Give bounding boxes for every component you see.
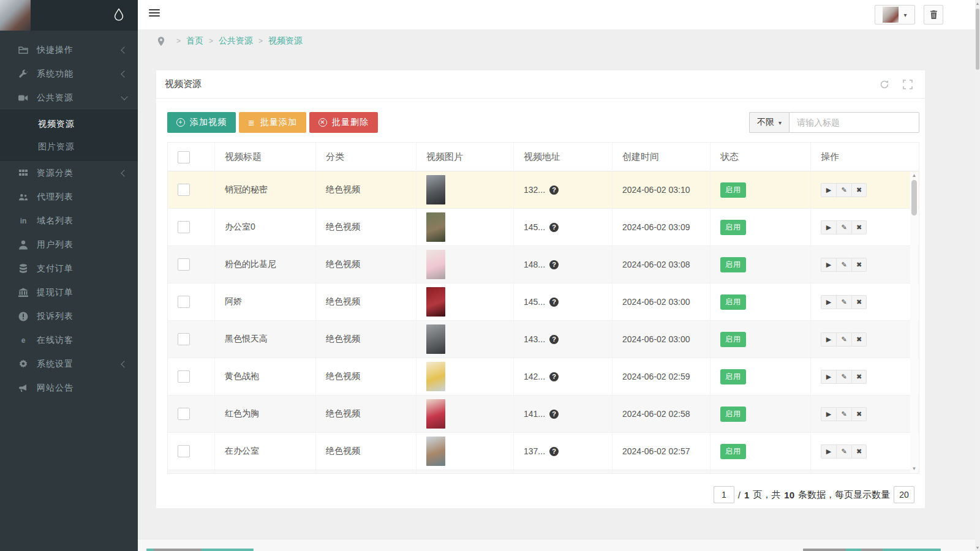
status-badge: 启用 <box>720 182 746 198</box>
fullscreen-icon[interactable] <box>903 80 913 89</box>
sidebar-subitem[interactable]: 视频资源 <box>0 113 138 135</box>
title-search-input[interactable] <box>789 112 919 133</box>
page-total: 1 <box>744 490 749 500</box>
user-menu-button[interactable]: ▾ <box>875 5 915 24</box>
play-button[interactable]: ▶ <box>821 407 836 421</box>
sidebar-item[interactable]: 公共资源 <box>0 86 138 110</box>
sidebar-item[interactable]: 资源分类 <box>0 161 138 185</box>
row-checkbox-cell <box>168 395 215 432</box>
edit-button[interactable]: ✎ <box>836 258 851 272</box>
page-scrollbar-thumb[interactable] <box>976 9 979 70</box>
breadcrumb-link[interactable]: 视频资源 <box>268 36 303 45</box>
delete-button[interactable]: ✖ <box>851 220 867 234</box>
sidebar-item[interactable]: 提现订单 <box>0 280 138 304</box>
cell-time <box>612 470 710 474</box>
edit-button[interactable]: ✎ <box>836 444 851 459</box>
sidebar-item[interactable]: in 域名列表 <box>0 209 138 233</box>
video-thumbnail <box>426 324 445 354</box>
delete-button[interactable]: ✖ <box>851 332 867 347</box>
sidebar-item[interactable]: 支付订单 <box>0 257 138 280</box>
help-icon[interactable]: ? <box>549 335 559 344</box>
help-icon[interactable]: ? <box>549 410 559 419</box>
sidebar-item[interactable]: 快捷操作 <box>0 38 138 62</box>
sidebar-item[interactable]: 网站公告 <box>0 376 138 400</box>
table-body: 销冠的秘密 绝色视频 132... ? 2024-06-02 03:10 启用 … <box>168 171 919 474</box>
delete-button[interactable]: ✖ <box>851 295 867 309</box>
row-checkbox[interactable] <box>178 221 190 233</box>
edit-button[interactable]: ✎ <box>836 407 851 421</box>
scroll-up-arrow[interactable]: ▲ <box>910 172 918 179</box>
cell-address: 141... ? <box>514 395 612 432</box>
play-button[interactable]: ▶ <box>821 370 836 384</box>
batch-delete-button[interactable]: ✕ 批量删除 <box>309 112 378 133</box>
delete-button[interactable]: ✖ <box>851 183 867 197</box>
delete-button[interactable]: ✖ <box>851 407 867 421</box>
play-button[interactable]: ▶ <box>821 220 836 234</box>
sidebar-item[interactable]: 代理列表 <box>0 185 138 209</box>
col-header: 操作 <box>811 143 919 171</box>
scrollbar-thumb[interactable] <box>911 180 917 216</box>
row-checkbox[interactable] <box>178 445 190 457</box>
sidebar-item[interactable]: 投诉列表 <box>0 304 138 328</box>
play-button[interactable]: ▶ <box>821 183 836 197</box>
edit-button[interactable]: ✎ <box>836 220 851 234</box>
edit-button[interactable]: ✎ <box>836 183 851 197</box>
play-button[interactable]: ▶ <box>821 258 836 272</box>
edit-button[interactable]: ✎ <box>836 295 851 309</box>
hamburger-menu-icon[interactable] <box>149 9 160 18</box>
map-marker-icon <box>157 37 165 46</box>
row-checkbox[interactable] <box>178 333 190 345</box>
help-icon[interactable]: ? <box>549 223 559 232</box>
edit-button[interactable]: ✎ <box>836 332 851 347</box>
add-video-button[interactable]: + 添加视频 <box>167 112 236 133</box>
cell-category <box>316 470 417 474</box>
row-checkbox[interactable] <box>178 370 190 383</box>
sidebar-item[interactable]: 系统设置 <box>0 352 138 376</box>
row-checkbox[interactable] <box>178 408 190 420</box>
row-checkbox[interactable] <box>178 258 190 271</box>
per-page-input[interactable] <box>894 486 914 503</box>
sidebar-avatar[interactable] <box>0 0 31 31</box>
category-filter-dropdown[interactable]: 不限 ▾ <box>749 112 789 133</box>
droplet-icon <box>112 8 126 23</box>
page-scroll-up-arrow[interactable]: ▲ <box>975 1 980 6</box>
scroll-down-arrow[interactable]: ▼ <box>910 465 918 473</box>
help-icon[interactable]: ? <box>549 372 559 381</box>
help-icon[interactable]: ? <box>549 260 559 269</box>
sidebar-item-label: 资源分类 <box>37 168 122 179</box>
trash-button[interactable] <box>924 5 943 24</box>
footer-left-fragment <box>146 549 254 551</box>
sidebar-item-label: 网站公告 <box>37 383 127 394</box>
delete-button[interactable]: ✖ <box>851 370 867 384</box>
row-checkbox[interactable] <box>178 184 190 196</box>
select-all-checkbox[interactable] <box>178 151 190 163</box>
cell-category: 绝色视频 <box>316 358 417 395</box>
row-checkbox[interactable] <box>178 296 190 308</box>
sidebar-subitem[interactable]: 图片资源 <box>0 135 138 158</box>
cell-actions: ▶ ✎ ✖ <box>811 283 919 320</box>
help-icon[interactable]: ? <box>549 447 559 456</box>
refresh-icon[interactable] <box>880 80 889 89</box>
breadcrumb-link[interactable]: 首页 <box>186 36 203 45</box>
cell-time: 2024-06-02 03:10 <box>612 171 710 208</box>
video-thumbnail <box>426 437 445 466</box>
play-button[interactable]: ▶ <box>821 332 836 347</box>
delete-button[interactable]: ✖ <box>851 258 867 272</box>
sidebar-item[interactable]: 用户列表 <box>0 233 138 257</box>
page-scroll-down-arrow[interactable]: ▼ <box>975 545 980 550</box>
video-thumbnail <box>426 175 445 204</box>
play-button[interactable]: ▶ <box>821 444 836 459</box>
help-icon[interactable]: ? <box>549 298 559 307</box>
page-number-input[interactable] <box>714 486 734 503</box>
play-button[interactable]: ▶ <box>821 295 836 309</box>
breadcrumb-link[interactable]: 公共资源 <box>219 36 253 45</box>
help-icon[interactable]: ? <box>549 186 559 195</box>
sidebar-item[interactable]: e 在线访客 <box>0 328 138 352</box>
cell-thumbnail <box>417 433 514 470</box>
sidebar-item[interactable]: 系统功能 <box>0 62 138 86</box>
chevron-left-icon <box>121 170 127 176</box>
edit-button[interactable]: ✎ <box>836 370 851 384</box>
delete-button[interactable]: ✖ <box>851 444 867 459</box>
batch-add-button[interactable]: ≣ 批量添加 <box>239 112 306 133</box>
cell-time: 2024-06-02 03:08 <box>612 246 710 283</box>
